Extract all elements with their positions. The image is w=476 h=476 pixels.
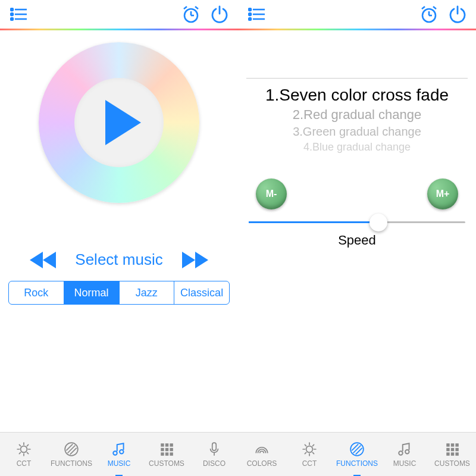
svg-rect-67 — [455, 443, 458, 446]
svg-point-4 — [11, 18, 13, 20]
svg-point-2 — [11, 13, 13, 15]
topbar-left — [0, 0, 238, 29]
mode-next-button[interactable]: M+ — [427, 178, 458, 209]
seg-normal[interactable]: Normal — [64, 281, 120, 304]
prev-track-button[interactable] — [29, 252, 57, 268]
svg-line-10 — [195, 7, 198, 9]
tab-functions[interactable]: FUNCTIONS — [48, 433, 95, 476]
svg-point-40 — [249, 8, 251, 11]
disc-area — [0, 42, 238, 203]
tab-label: CUSTOMS — [149, 459, 184, 468]
tab-label: DISCO — [203, 459, 226, 468]
tab-cct[interactable]: CCT — [286, 433, 333, 476]
tab-label: COLORS — [247, 459, 277, 468]
music-pane: Select music Rock Normal Jazz Classical … — [0, 0, 238, 476]
svg-rect-73 — [455, 452, 458, 455]
mode-item[interactable]: 3.Green gradual change — [246, 124, 468, 140]
svg-point-44 — [249, 18, 251, 20]
svg-line-49 — [422, 7, 425, 9]
functions-pane: 1.Seven color cross fade 2.Red gradual c… — [238, 0, 476, 476]
select-music-button[interactable]: Select music — [75, 250, 162, 269]
tab-label: CCT — [17, 459, 32, 468]
tab-music[interactable]: MUSIC — [95, 433, 143, 476]
tab-disco[interactable]: DISCO — [190, 433, 238, 476]
svg-line-59 — [305, 452, 306, 453]
rainbow-divider — [238, 29, 476, 30]
svg-rect-36 — [165, 452, 168, 455]
svg-point-52 — [306, 446, 313, 452]
seg-rock[interactable]: Rock — [9, 281, 64, 304]
svg-marker-14 — [182, 252, 195, 268]
svg-rect-70 — [455, 447, 458, 450]
svg-rect-71 — [446, 452, 449, 455]
seg-classical[interactable]: Classical — [174, 281, 229, 304]
alarm-icon[interactable] — [419, 4, 439, 24]
svg-marker-15 — [195, 252, 208, 268]
tab-label: FUNCTIONS — [51, 459, 92, 468]
tab-label: MUSIC — [393, 459, 416, 468]
tab-music[interactable]: MUSIC — [381, 433, 428, 476]
svg-point-16 — [21, 446, 27, 452]
svg-rect-38 — [212, 443, 217, 450]
tab-label: MUSIC — [108, 459, 131, 468]
svg-rect-31 — [170, 443, 173, 446]
tab-colors[interactable]: COLORS — [238, 433, 286, 476]
list-icon[interactable] — [246, 4, 267, 24]
svg-line-50 — [433, 7, 436, 9]
svg-rect-66 — [451, 443, 454, 446]
svg-line-60 — [312, 444, 314, 446]
mode-picker[interactable]: 1.Seven color cross fade 2.Red gradual c… — [246, 78, 468, 155]
tabbar-left: CCT FUNCTIONS MUSIC CUSTOMS DISCO — [0, 432, 238, 476]
tab-label: FUNCTIONS — [336, 459, 378, 468]
svg-line-62 — [353, 445, 361, 453]
topbar-right — [238, 0, 476, 29]
svg-rect-32 — [161, 447, 164, 450]
svg-line-26 — [68, 445, 76, 453]
slider-fill — [249, 221, 378, 223]
tab-label: CUSTOMS — [434, 459, 470, 468]
tab-cct[interactable]: CCT — [0, 433, 48, 476]
svg-point-42 — [249, 13, 251, 15]
svg-rect-69 — [451, 447, 454, 450]
mode-item[interactable]: 4.Blue gradual change — [246, 140, 468, 155]
mode-item[interactable]: 2.Red gradual change — [246, 106, 468, 124]
rainbow-divider — [0, 29, 238, 30]
svg-line-21 — [19, 444, 20, 446]
tab-customs[interactable]: CUSTOMS — [428, 433, 476, 476]
svg-rect-65 — [446, 443, 449, 446]
svg-marker-13 — [43, 252, 56, 268]
mode-item[interactable]: 1.Seven color cross fade — [246, 84, 468, 106]
svg-rect-68 — [446, 447, 449, 450]
slider-thumb[interactable] — [369, 214, 387, 231]
svg-line-24 — [27, 444, 28, 446]
power-icon[interactable] — [447, 4, 468, 24]
speed-slider[interactable] — [238, 221, 476, 223]
svg-rect-72 — [451, 452, 454, 455]
power-icon[interactable] — [209, 4, 230, 24]
svg-rect-33 — [165, 447, 168, 450]
svg-rect-37 — [170, 452, 173, 455]
mode-prev-button[interactable]: M- — [256, 178, 287, 209]
svg-rect-30 — [165, 443, 168, 446]
svg-line-9 — [184, 7, 187, 9]
tabbar-right: COLORS CCT FUNCTIONS MUSIC CUSTOMS — [238, 432, 476, 476]
play-icon — [105, 100, 141, 145]
svg-line-22 — [27, 452, 28, 453]
svg-rect-29 — [161, 443, 164, 446]
disc-center — [74, 78, 164, 167]
svg-rect-34 — [170, 447, 173, 450]
alarm-icon[interactable] — [181, 4, 201, 24]
svg-line-23 — [19, 452, 20, 453]
eq-segment: Rock Normal Jazz Classical — [8, 281, 230, 305]
seg-jazz[interactable]: Jazz — [120, 281, 175, 304]
tab-functions[interactable]: FUNCTIONS — [333, 433, 381, 476]
next-track-button[interactable] — [181, 252, 209, 268]
play-disc-button[interactable] — [39, 42, 199, 203]
svg-line-57 — [305, 444, 306, 446]
svg-rect-35 — [161, 452, 164, 455]
tab-customs[interactable]: CUSTOMS — [143, 433, 190, 476]
svg-line-58 — [312, 452, 314, 453]
svg-marker-12 — [30, 252, 43, 268]
list-icon[interactable] — [8, 4, 29, 24]
speed-label: Speed — [238, 233, 476, 248]
